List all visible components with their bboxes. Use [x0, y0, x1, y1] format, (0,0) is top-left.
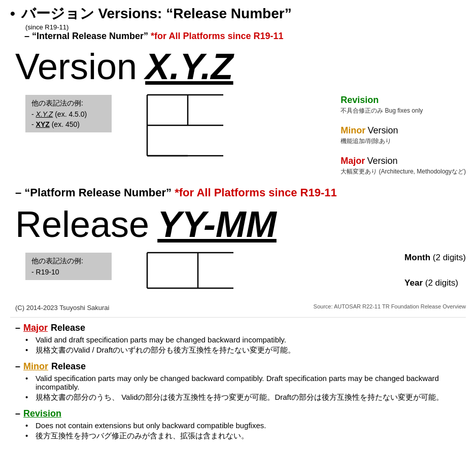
notation-box-release: 他の表記法の例: - R19-10 [25, 253, 112, 280]
notation-item-1: - X.Y.Z (ex. 4.5.0) [31, 110, 106, 118]
minor-release-item: – Minor Release Valid specification part… [15, 361, 461, 402]
minor-release-header: – Minor Release [15, 361, 461, 372]
minor-release-bullets: Valid specification parts may only be ch… [25, 374, 461, 402]
platform-note: *for All Platforms since R19-11 [175, 186, 337, 199]
since-note: (since R19-11) [25, 23, 466, 31]
revision-release-label: Revision [23, 408, 61, 419]
version-diagram: 他の表記法の例: - X.Y.Z (ex. 4.5.0) - XYZ (ex. … [25, 90, 466, 176]
version-section: Version X.Y.Z 他の表記法の例: - X.Y.Z (ex. 4.5.… [15, 46, 466, 176]
revision-release-item: – Revision Does not contain extensions b… [15, 408, 461, 441]
release-diagram: 他の表記法の例: - R19-10 Month (2 digits) [25, 248, 466, 300]
revision-release-header: – Revision [15, 408, 461, 419]
release-word: Release [15, 203, 149, 245]
notation-item-2: - XYZ (ex. 450) [31, 120, 106, 128]
list-item: Valid specification parts may only be ch… [25, 374, 461, 391]
major-release-word: Release [51, 323, 85, 333]
notation-box-version: 他の表記法の例: - X.Y.Z (ex. 4.5.0) - XYZ (ex. … [25, 95, 112, 132]
list-item: Does not contain extensions but only bac… [25, 421, 461, 430]
major-release-header: – Major Release [15, 323, 461, 333]
minor-label-item: Minor Version 機能追加/削除あり [341, 125, 466, 146]
release-bracket-svg [122, 248, 239, 298]
version-labels: Revision 不具合修正のみ Bug fixes only Minor Ve… [341, 90, 466, 176]
minor-label: Minor Version [341, 125, 466, 136]
release-display: Release YY-MM [15, 203, 466, 245]
year-label-item: Year (2 digits) [404, 278, 466, 288]
release-labels: Month (2 digits) Year (2 digits) [404, 248, 466, 288]
month-label-item: Month (2 digits) [404, 253, 466, 263]
yymm-bracket-diagram [122, 248, 394, 300]
major-sub: 大幅変更あり (Architecture, Methodologyなど) [341, 167, 466, 176]
revision-release-bullets: Does not contain extensions but only bac… [25, 421, 461, 441]
major-label-item: Major Version 大幅変更あり (Architecture, Meth… [341, 156, 466, 176]
main-title: • バージョン Versions: “Release Number” [10, 5, 466, 22]
bullet-icon: • [10, 6, 15, 21]
release-types-section: – Major Release Valid and draft specific… [10, 317, 466, 441]
revision-dash: – [15, 408, 20, 419]
minor-release-word: Release [51, 361, 86, 372]
minor-release-label: Minor [23, 361, 48, 372]
minor-dash: – [15, 361, 20, 372]
list-item: 規格文書の部分のうち、 Validの部分は後方互換性を持つ変更が可能。Draft… [25, 393, 461, 402]
major-release-item: – Major Release Valid and draft specific… [15, 323, 461, 355]
page-header: • バージョン Versions: “Release Number” (sinc… [10, 5, 466, 42]
month-label: Month (2 digits) [404, 253, 466, 263]
minor-sub: 機能追加/削除あり [341, 137, 466, 146]
revision-label: Revision [341, 95, 466, 106]
list-item: Valid and draft specification parts may … [25, 335, 461, 344]
notation-item-release: - R19-10 [31, 268, 106, 276]
title-japanese: バージョン [21, 6, 94, 21]
xyz-bracket-diagram [122, 90, 330, 167]
major-release-bullets: Valid and draft specification parts may … [25, 335, 461, 355]
platform-section: – “Platform Release Number” *for All Pla… [15, 186, 466, 311]
xyz-label: X.Y.Z [145, 46, 233, 87]
major-label: Major Version [341, 156, 466, 166]
major-release-label: Major [23, 323, 48, 333]
notation-title: 他の表記法の例: [31, 99, 106, 108]
version-word: Version [15, 46, 137, 87]
notation-title-release: 他の表記法の例: [31, 257, 106, 266]
revision-label-item: Revision 不具合修正のみ Bug fixes only [341, 95, 466, 115]
list-item: 規格文書のValid / Draftのいずれの部分も後方互換性を持たない変更が可… [25, 345, 461, 355]
bracket-svg [122, 90, 254, 166]
internal-release-label: – “Internal Release Number” *for All Pla… [24, 31, 466, 42]
major-dash: – [15, 323, 20, 333]
yymm-label: YY-MM [157, 203, 277, 245]
version-display: Version X.Y.Z [15, 46, 466, 87]
list-item: 後方互換性を持つバグ修正のみが含まれ、拡張は含まれない。 [25, 431, 461, 441]
title-english: Versions: “Release Number” [98, 6, 291, 21]
internal-note: *for All Platforms since R19-11 [151, 31, 283, 41]
platform-release-label: – “Platform Release Number” *for All Pla… [15, 186, 466, 199]
year-label: Year (2 digits) [404, 278, 466, 288]
revision-sub: 不具合修正のみ Bug fixes only [341, 107, 466, 115]
